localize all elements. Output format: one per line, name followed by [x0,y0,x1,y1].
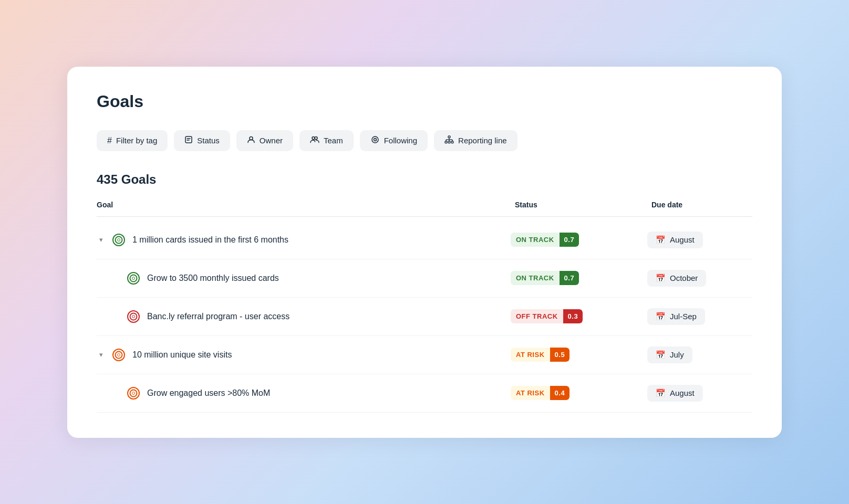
date-badge: 📅 August [647,385,703,402]
calendar-icon: 📅 [656,235,666,245]
goal-name: Grow engaged users >80% MoM [147,388,270,398]
svg-point-24 [128,311,139,322]
date-badge: 📅 October [647,270,706,287]
svg-point-8 [375,139,375,140]
svg-rect-9 [448,136,450,138]
table-row: ▾ 1 million cards issued in the first 6 … [97,221,752,259]
svg-point-29 [118,353,120,356]
calendar-icon: 📅 [656,350,666,360]
goal-status-icon [126,271,141,286]
status-score: 0.4 [550,386,570,400]
status-cell: ON TRACK 0.7 [511,271,647,285]
goal-name-cell: Grow to 3500 monthly issued cards [97,271,511,286]
table-row: Banc.ly referral program - user access O… [97,298,752,336]
due-date-cell: 📅 July [647,346,752,363]
status-filter-label: Status [197,136,220,145]
filter-by-tag-button[interactable]: # Filter by tag [97,130,168,151]
svg-point-30 [128,387,139,399]
col-goal-header: Goal [97,201,511,209]
reporting-line-filter-label: Reporting line [458,136,507,145]
owner-icon [247,135,255,146]
status-score: 0.3 [563,309,583,323]
svg-rect-10 [445,141,447,143]
svg-point-32 [132,392,135,394]
status-label: ON TRACK [511,233,560,247]
svg-rect-11 [448,141,450,143]
due-date-value: August [670,235,695,244]
reporting-line-filter-button[interactable]: Reporting line [434,130,517,151]
status-badge: AT RISK 0.5 [511,348,570,362]
svg-point-27 [113,349,125,361]
due-date-cell: 📅 October [647,270,752,287]
team-filter-label: Team [324,136,343,145]
hash-icon: # [107,136,112,145]
filter-by-tag-label: Filter by tag [116,136,157,145]
svg-point-20 [118,238,120,241]
svg-point-5 [315,136,317,139]
svg-rect-12 [451,141,453,143]
status-badge: ON TRACK 0.7 [511,233,579,247]
owner-filter-label: Owner [260,136,283,145]
date-badge: 📅 August [647,232,703,248]
svg-point-31 [130,390,137,396]
goals-card: Goals # Filter by tag Status [67,67,782,438]
status-cell: OFF TRACK 0.3 [511,309,647,323]
goal-name: 10 million unique site visits [132,350,232,360]
status-label: OFF TRACK [511,309,563,323]
reporting-line-icon [444,135,454,146]
svg-point-25 [130,313,137,320]
col-status-header: Status [511,201,647,209]
status-filter-button[interactable]: Status [174,130,230,151]
calendar-icon: 📅 [656,274,666,283]
status-label: AT RISK [511,386,550,400]
svg-point-18 [113,234,125,246]
calendar-icon: 📅 [656,388,666,398]
goal-status-icon [126,309,141,324]
svg-point-21 [128,272,139,284]
goal-name-cell: Banc.ly referral program - user access [97,309,511,324]
owner-filter-button[interactable]: Owner [236,130,293,151]
due-date-value: July [670,350,684,359]
status-score: 0.7 [560,233,579,247]
status-icon [184,135,193,146]
due-date-value: Jul-Sep [670,312,697,321]
due-date-cell: 📅 August [647,385,752,402]
status-label: AT RISK [511,348,550,362]
goal-name: Grow to 3500 monthly issued cards [147,274,279,283]
team-filter-button[interactable]: Team [299,130,354,151]
svg-point-19 [116,236,122,243]
goals-count: 435 Goals [97,172,752,187]
date-badge: 📅 Jul-Sep [647,308,705,325]
goal-status-icon [111,348,126,362]
calendar-icon: 📅 [656,312,666,321]
team-icon [310,135,319,146]
svg-point-23 [132,277,135,279]
goal-name: Banc.ly referral program - user access [147,312,289,321]
page-title: Goals [97,92,752,111]
status-label: ON TRACK [511,271,560,285]
chevron-down-icon[interactable]: ▾ [97,236,105,244]
table-row: ▾ 10 million unique site visits AT RISK … [97,336,752,374]
svg-point-28 [116,351,122,358]
following-filter-label: Following [384,136,417,145]
status-badge: ON TRACK 0.7 [511,271,579,285]
table-row: Grow engaged users >80% MoM AT RISK 0.4 … [97,374,752,413]
following-filter-button[interactable]: Following [360,130,428,151]
table-row: Grow to 3500 monthly issued cards ON TRA… [97,259,752,298]
col-duedate-header: Due date [647,201,752,209]
due-date-value: October [670,274,698,282]
status-cell: AT RISK 0.5 [511,348,647,362]
status-cell: ON TRACK 0.7 [511,233,647,247]
goal-name-cell: ▾ 10 million unique site visits [97,348,511,362]
svg-point-22 [130,275,137,281]
status-score: 0.5 [550,348,570,362]
due-date-cell: 📅 Jul-Sep [647,308,752,325]
chevron-down-icon[interactable]: ▾ [97,351,105,359]
goal-status-icon [126,386,141,401]
filter-bar: # Filter by tag Status Owner [97,130,752,151]
goal-name-cell: Grow engaged users >80% MoM [97,386,511,401]
following-icon [370,135,380,146]
due-date-cell: 📅 August [647,232,752,248]
goal-name: 1 million cards issued in the first 6 mo… [132,235,288,245]
table-header: Goal Status Due date [97,195,752,217]
